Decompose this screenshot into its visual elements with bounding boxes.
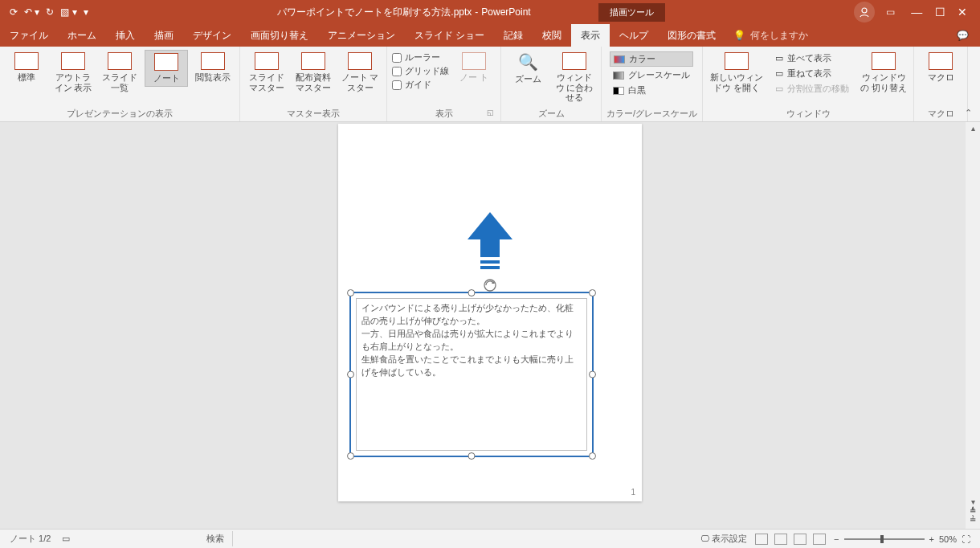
- workspace: インバウンドによる売り上げが少なかったため、化粧品の売り上げが伸びなかった。 一…: [0, 122, 980, 529]
- next-slide-icon[interactable]: ≟: [970, 515, 976, 524]
- minimize-icon[interactable]: —: [906, 6, 927, 18]
- color-button[interactable]: カラー: [610, 51, 693, 67]
- notes-master-button[interactable]: ノート マスター: [338, 50, 382, 95]
- cascade-button[interactable]: ▭重ねて表示: [772, 67, 852, 80]
- slide-sorter-button[interactable]: スライド 一覧: [98, 50, 141, 95]
- reading-view-icon[interactable]: [794, 534, 806, 545]
- group-presentation-views: 標準 アウトライン 表示 スライド 一覧 ノート 閲覧表示 プレゼンテーションの…: [0, 47, 240, 121]
- spellcheck-icon[interactable]: ▭: [62, 534, 70, 544]
- ruler-checkbox[interactable]: ルーラー: [392, 51, 449, 63]
- reading-view-button[interactable]: 閲覧表示: [191, 50, 235, 85]
- resize-handle-r[interactable]: [589, 371, 596, 378]
- tab-file[interactable]: ファイル: [0, 24, 58, 47]
- tab-design[interactable]: デザイン: [183, 24, 241, 47]
- notes-indicator[interactable]: ノート 1/2: [10, 533, 51, 545]
- grayscale-button[interactable]: グレースケール: [610, 68, 693, 82]
- vertical-scrollbar[interactable]: ▴ ▾ ≜ ≟: [966, 122, 980, 529]
- zoom-out-button[interactable]: −: [834, 534, 839, 544]
- resize-handle-t[interactable]: [468, 289, 476, 296]
- group-master-views: スライド マスター 配布資料 マスター ノート マスター マスター表示: [240, 47, 387, 121]
- tell-me[interactable]: 💡 何をしますか: [733, 29, 808, 43]
- scroll-up-icon[interactable]: ▴: [971, 124, 975, 133]
- handout-master-button[interactable]: 配布資料 マスター: [292, 50, 335, 95]
- collapse-ribbon-icon[interactable]: ⌃: [965, 108, 972, 118]
- resize-handle-tl[interactable]: [347, 289, 354, 296]
- split-icon: ▭: [775, 84, 783, 94]
- resize-handle-tr[interactable]: [589, 289, 596, 296]
- magnifier-icon: 🔍: [518, 52, 538, 72]
- dialog-launcher-icon[interactable]: ◱: [487, 108, 494, 117]
- tab-review[interactable]: 校閲: [533, 24, 571, 47]
- resize-handle-b[interactable]: [468, 452, 476, 460]
- gridlines-checkbox[interactable]: グリッド線: [392, 65, 449, 77]
- group-color-grayscale: カラー グレースケール 白黒 カラー/グレースケール: [602, 47, 703, 121]
- tab-help[interactable]: ヘルプ: [610, 24, 658, 47]
- normal-view-icon[interactable]: [755, 534, 768, 545]
- scroll-down-icon[interactable]: ▾: [971, 497, 975, 506]
- tab-home[interactable]: ホーム: [58, 24, 106, 47]
- group-label: ズーム: [506, 107, 596, 120]
- slide-master-button[interactable]: スライド マスター: [245, 50, 288, 95]
- tab-record[interactable]: 記録: [494, 24, 533, 47]
- black-white-button[interactable]: 白黒: [610, 84, 693, 97]
- resize-handle-l[interactable]: [347, 371, 354, 378]
- tab-shape-format[interactable]: 図形の書式: [658, 24, 725, 47]
- notes-textbox[interactable]: インバウンドによる売り上げが少なかったため、化粧品の売り上げが伸びなかった。 一…: [349, 292, 594, 457]
- tab-animations[interactable]: アニメーション: [318, 24, 405, 47]
- tab-draw[interactable]: 描画: [145, 24, 183, 47]
- status-bar: ノート 1/2 ▭ 検索 🖵 表示設定 − + 50% ⛶: [0, 529, 980, 548]
- resize-handle-bl[interactable]: [347, 452, 354, 460]
- normal-view-button[interactable]: 標準: [5, 50, 48, 85]
- outline-view-button[interactable]: アウトライン 表示: [51, 50, 95, 95]
- undo-icon[interactable]: ↶ ▾: [24, 6, 39, 18]
- tab-transitions[interactable]: 画面切り替え: [241, 24, 318, 47]
- share-icon[interactable]: 💬: [957, 30, 980, 41]
- switch-windows-button[interactable]: ウィンドウの 切り替え: [859, 50, 909, 95]
- zoom-slider[interactable]: [844, 538, 925, 540]
- title-right: ▭ — ☐ ✕: [854, 2, 980, 22]
- notes-text[interactable]: インバウンドによる売り上げが少なかったため、化粧品の売り上げが伸びなかった。 一…: [356, 298, 587, 451]
- quick-access-toolbar: ⟳ ↶ ▾ ↻ ▧ ▾ ▾: [0, 6, 88, 18]
- notes-page-button[interactable]: ノート: [145, 50, 188, 87]
- new-window-button[interactable]: 新しいウィンドウ を開く: [708, 50, 766, 95]
- account-icon[interactable]: [854, 2, 875, 22]
- move-split-button: ▭分割位置の移動: [772, 82, 852, 96]
- window-controls: — ☐ ✕: [906, 6, 972, 18]
- cascade-icon: ▭: [775, 68, 783, 79]
- zoom-in-button[interactable]: +: [929, 534, 934, 544]
- macros-button[interactable]: マクロ: [919, 50, 962, 85]
- zoom-percent[interactable]: 50%: [939, 534, 957, 544]
- svg-rect-2: [480, 260, 500, 264]
- redo-icon[interactable]: ↻: [46, 6, 54, 18]
- zoom-button[interactable]: 🔍ズーム: [506, 50, 549, 87]
- autosave-icon[interactable]: ⟳: [10, 6, 18, 18]
- contextual-tool-tab: 描画ツール: [598, 3, 665, 22]
- fit-icon[interactable]: ⛶: [962, 534, 970, 544]
- svg-point-0: [862, 8, 867, 13]
- up-arrow-shape[interactable]: [466, 212, 514, 273]
- maximize-icon[interactable]: ☐: [930, 6, 950, 18]
- tab-insert[interactable]: 挿入: [106, 24, 145, 47]
- notes-page[interactable]: インバウンドによる売り上げが少なかったため、化粧品の売り上げが伸びなかった。 一…: [338, 124, 642, 501]
- guides-checkbox[interactable]: ガイド: [392, 79, 449, 91]
- menu-bar: ファイル ホーム 挿入 描画 デザイン 画面切り替え アニメーション スライド …: [0, 24, 980, 47]
- close-icon[interactable]: ✕: [953, 6, 972, 18]
- ribbon-display-icon[interactable]: ▭: [886, 6, 895, 18]
- sorter-view-icon[interactable]: [774, 534, 787, 545]
- group-window: 新しいウィンドウ を開く ▭並べて表示 ▭重ねて表示 ▭分割位置の移動 ウィンド…: [703, 47, 914, 121]
- prev-slide-icon[interactable]: ≜: [970, 506, 976, 515]
- filename: パワーポイントでノートを印刷する方法.pptx: [277, 6, 472, 19]
- start-from-beginning-icon[interactable]: ▧ ▾: [60, 6, 76, 18]
- resize-handle-br[interactable]: [589, 452, 596, 460]
- slideshow-view-icon[interactable]: [813, 534, 826, 545]
- title-bar: ⟳ ↶ ▾ ↻ ▧ ▾ ▾ パワーポイントでノートを印刷する方法.pptx - …: [0, 0, 980, 24]
- display-settings-button[interactable]: 🖵 表示設定: [700, 533, 747, 545]
- group-label: 表示◱: [392, 107, 496, 120]
- tab-slideshow[interactable]: スライド ショー: [405, 24, 494, 47]
- search-button[interactable]: 検索: [198, 531, 233, 546]
- app-name: PowerPoint: [481, 6, 530, 18]
- fit-to-window-button[interactable]: ウィンドウ に合わせる: [553, 50, 596, 105]
- tab-view[interactable]: 表示: [571, 24, 610, 47]
- arrange-all-button[interactable]: ▭並べて表示: [772, 51, 852, 65]
- group-label: ウィンドウ: [708, 107, 909, 120]
